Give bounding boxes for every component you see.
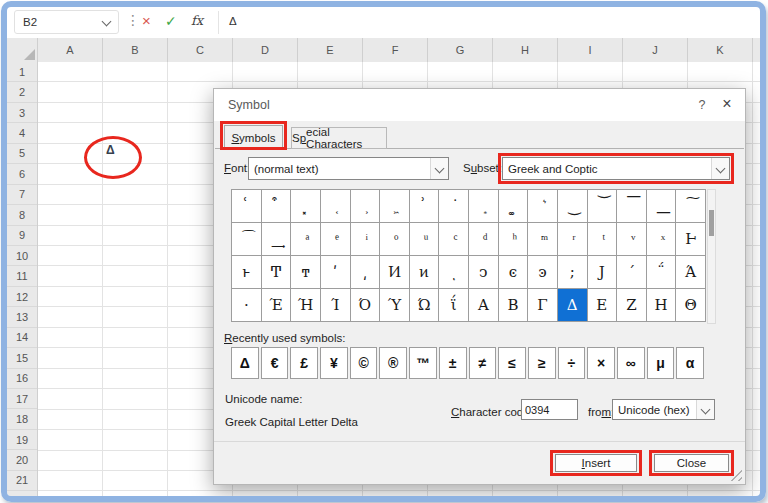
from-select[interactable]: Unicode (hex): [612, 399, 715, 420]
symbol-cell[interactable]: ͞: [617, 190, 646, 222]
scrollbar-thumb[interactable]: [709, 210, 714, 236]
symbol-cell[interactable]: ͓: [291, 190, 320, 222]
subset-select[interactable]: Greek and Coptic: [502, 157, 730, 180]
column-header[interactable]: J: [623, 38, 688, 62]
tab-symbols[interactable]: Symbols: [224, 125, 283, 150]
recent-symbol-cell[interactable]: ≠: [469, 347, 497, 379]
row-header[interactable]: 2: [7, 82, 37, 102]
symbol-cell[interactable]: ͛: [528, 190, 557, 222]
symbol-cell[interactable]: Α: [469, 289, 498, 321]
recent-symbol-cell[interactable]: ™: [409, 347, 437, 379]
symbol-cell[interactable]: ·: [232, 289, 261, 321]
symbol-cell[interactable]: Γ: [528, 289, 557, 321]
symbol-cell[interactable]: ͽ: [528, 256, 557, 288]
recent-symbol-cell[interactable]: ≤: [498, 347, 526, 379]
recent-symbol-cell[interactable]: ÷: [558, 347, 586, 379]
symbol-cell[interactable]: ͫ: [528, 223, 557, 255]
font-select[interactable]: (normal text): [248, 157, 449, 180]
recent-symbol-cell[interactable]: ×: [587, 347, 615, 379]
symbol-cell[interactable]: Θ: [676, 289, 705, 321]
symbol-cell[interactable]: ͷ: [410, 256, 439, 288]
row-header[interactable]: 4: [7, 123, 37, 143]
symbol-cell[interactable]: Ύ: [380, 289, 409, 321]
symbol-cell[interactable]: ͣ: [291, 223, 320, 255]
select-all-corner[interactable]: [7, 38, 38, 62]
column-header[interactable]: A: [38, 38, 103, 62]
row-header[interactable]: 19: [7, 430, 37, 450]
row-header[interactable]: 18: [7, 409, 37, 429]
symbol-cell[interactable]: ͨ: [439, 223, 468, 255]
symbol-cell[interactable]: ͚: [499, 190, 528, 222]
symbol-cell[interactable]: ͳ: [291, 256, 320, 288]
row-header[interactable]: 14: [7, 328, 37, 348]
recent-symbol-cell[interactable]: ≥: [528, 347, 556, 379]
recent-symbol-cell[interactable]: €: [261, 347, 289, 379]
symbol-cell[interactable]: ͟: [647, 190, 676, 222]
row-header[interactable]: 16: [7, 369, 37, 389]
symbol-cell[interactable]: ͝: [588, 190, 617, 222]
symbol-cell[interactable]: ΄: [617, 256, 646, 288]
symbol-cell[interactable]: ͬ: [558, 223, 587, 255]
dropdown-button[interactable]: [696, 400, 714, 419]
resize-grip[interactable]: [730, 469, 742, 481]
row-header[interactable]: 13: [7, 307, 37, 327]
row-header[interactable]: 3: [7, 103, 37, 123]
symbol-cell[interactable]: ΅: [647, 256, 676, 288]
recent-symbol-cell[interactable]: ®: [379, 347, 407, 379]
symbol-cell[interactable]: ͔: [321, 190, 350, 222]
column-header[interactable]: B: [103, 38, 168, 62]
help-icon[interactable]: ?: [694, 98, 710, 112]
row-header[interactable]: 7: [7, 185, 37, 205]
symbol-cell[interactable]: ͠: [676, 190, 705, 222]
symbol-cell[interactable]: ͕: [351, 190, 380, 222]
row-header[interactable]: 11: [7, 266, 37, 286]
row-header[interactable]: 5: [7, 144, 37, 164]
dropdown-button[interactable]: [430, 158, 448, 179]
row-header[interactable]: 1: [7, 62, 37, 82]
enter-icon[interactable]: ✓: [165, 13, 177, 29]
column-header[interactable]: H: [493, 38, 558, 62]
column-header[interactable]: D: [233, 38, 298, 62]
symbol-cell[interactable]: Η: [647, 289, 676, 321]
recent-symbol-cell[interactable]: μ: [647, 347, 675, 379]
insert-button[interactable]: Insert: [555, 454, 637, 472]
row-header[interactable]: 10: [7, 246, 37, 266]
tab-special-characters[interactable]: Special Characters: [291, 127, 387, 149]
row-header[interactable]: 12: [7, 287, 37, 307]
symbol-cell[interactable]: ͦ: [380, 223, 409, 255]
column-header[interactable]: C: [168, 38, 233, 62]
row-header[interactable]: 21: [7, 471, 37, 491]
row-header[interactable]: 9: [7, 226, 37, 246]
symbol-cell[interactable]: ͵: [351, 256, 380, 288]
close-icon[interactable]: ×: [718, 95, 736, 113]
symbol-cell[interactable]: ͖: [380, 190, 409, 222]
recent-symbol-cell[interactable]: Δ: [231, 347, 259, 379]
symbol-cell[interactable]: ͢: [262, 223, 291, 255]
insert-function-icon[interactable]: fx: [191, 13, 203, 28]
name-box[interactable]: B2: [14, 10, 119, 34]
symbol-cell[interactable]: ͑: [232, 190, 261, 222]
symbol-cell[interactable]: Ε: [588, 289, 617, 321]
symbol-cell[interactable]: Ͷ: [380, 256, 409, 288]
column-header[interactable]: F: [363, 38, 428, 62]
symbol-cell[interactable]: Ͱ: [676, 223, 705, 255]
close-button[interactable]: Close: [654, 454, 729, 472]
row-header[interactable]: 20: [7, 450, 37, 470]
symbol-cell[interactable]: ;: [558, 256, 587, 288]
symbol-cell[interactable]: ͻ: [469, 256, 498, 288]
symbol-cell[interactable]: Έ: [262, 289, 291, 321]
symbol-cell[interactable]: ͘: [439, 190, 468, 222]
symbol-cell[interactable]: Ζ: [617, 289, 646, 321]
symbol-cell[interactable]: ͼ: [499, 256, 528, 288]
recent-symbol-cell[interactable]: ¥: [320, 347, 348, 379]
row-header[interactable]: 6: [7, 164, 37, 184]
row-header[interactable]: 15: [7, 348, 37, 368]
recent-symbol-cell[interactable]: α: [676, 347, 704, 379]
recent-symbol-cell[interactable]: ©: [350, 347, 378, 379]
symbol-cell[interactable]: ͜: [558, 190, 587, 222]
row-header[interactable]: 17: [7, 389, 37, 409]
row-header[interactable]: 8: [7, 205, 37, 225]
dropdown-button[interactable]: [711, 158, 729, 179]
symbol-cell[interactable]: ͤ: [321, 223, 350, 255]
symbol-cell-selected[interactable]: Δ: [558, 289, 587, 321]
